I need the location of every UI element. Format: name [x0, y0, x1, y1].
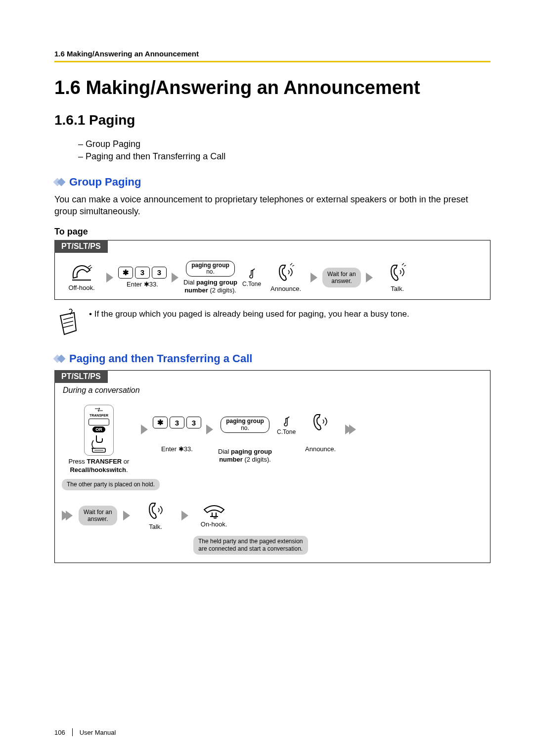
double-arrow-icon [345, 425, 356, 434]
wait-bubble: Wait for an answer. [322, 268, 361, 288]
footer-label: User Manual [80, 729, 116, 736]
wait-l1: Wait for an [84, 509, 112, 516]
hold-callout-row: The other party is placed on hold. [55, 479, 490, 495]
dial-label-2: Dial paging groupnumber (2 digits). [218, 448, 272, 464]
onhook-icon [201, 503, 227, 519]
pill-line2: no. [226, 425, 264, 431]
enter-label: Enter ✱33. [127, 281, 158, 288]
device-tab: PT/SLT/PS [54, 240, 108, 253]
arrow-icon [311, 273, 317, 283]
step-enter-code: ✱ 3 3 Enter ✱33. [118, 267, 167, 288]
page-number: 106 [54, 729, 65, 736]
note-row: If the group which you paged is already … [54, 309, 490, 337]
bullet-item: – Paging and then Transferring a Call [78, 151, 490, 162]
paging-group-pill: paging group no. [186, 261, 235, 277]
transfer-arrows-icon [94, 407, 104, 412]
to-page-subhead: To page [54, 227, 490, 237]
ctone-label: C.Tone [277, 428, 296, 435]
diamond-icon [54, 179, 64, 185]
group-paging-title: Group Paging [69, 176, 141, 189]
during-conversation: During a conversation [63, 386, 490, 395]
double-arrow-icon [62, 511, 73, 520]
arrow-icon [366, 273, 373, 283]
pill-line1: paging group [191, 262, 229, 269]
dial-keys: ✱ 3 3 [118, 267, 167, 279]
transfer-hookswitch-group: TRANSFER OR [84, 405, 114, 456]
ctone: C.Tone [242, 268, 261, 287]
to-page-procedure: PT/SLT/PS Off-hook. ✱ 3 3 Enter ✱33. pag… [54, 240, 490, 300]
handset-talk-icon [310, 412, 331, 432]
enter-label-2: Enter ✱33. [161, 445, 193, 453]
note-icon [281, 416, 291, 427]
key-star: ✱ [153, 417, 168, 428]
handset-talk-icon [145, 500, 166, 521]
final-callout-row: The held party and the paged extension a… [55, 536, 490, 563]
section-title: 1.6.1 Paging [54, 112, 490, 128]
key-star: ✱ [118, 267, 133, 279]
announce-label: Announce. [270, 285, 301, 293]
arrow-icon [123, 511, 130, 520]
final-l2: are connected and start a conversation. [198, 545, 303, 553]
onhook-label: On-hook. [201, 520, 227, 528]
dial-keys: ✱ 3 3 [153, 417, 201, 428]
note-text: If the group which you paged is already … [89, 309, 409, 320]
transfer-key-icon [89, 419, 109, 425]
arrow-icon [172, 273, 178, 283]
page-footer: 106 User Manual [54, 728, 116, 736]
or-label: OR [92, 426, 105, 432]
arrow-icon [106, 273, 113, 283]
step-wait-2: Wait for an answer. [79, 506, 117, 526]
talk-label: Talk. [391, 285, 404, 293]
transfer-procedure: PT/SLT/PS During a conversation TRANSFER… [54, 370, 490, 563]
step-paging-group-2: paging group no. Dial paging groupnumber… [218, 417, 272, 464]
arrow-icon [141, 425, 148, 434]
hold-callout: The other party is placed on hold. [62, 479, 160, 490]
step-announce-2: Announce. [301, 412, 340, 453]
pill-line1: paging group [226, 418, 264, 425]
talk-label-2: Talk. [149, 523, 162, 531]
key-3b: 3 [152, 267, 167, 279]
wait-l1: Wait for an [327, 271, 356, 278]
diamond-icon [54, 356, 64, 362]
wait-l2: answer. [84, 516, 112, 522]
offhook-label: Off-hook. [68, 284, 94, 292]
paging-transfer-heading: Paging and then Transferring a Call [54, 352, 490, 365]
final-l1: The held party and the paged extension [198, 538, 303, 545]
step-paging-group: paging group no. Dial paging groupnumber… [183, 261, 237, 295]
handset-talk-icon [387, 262, 408, 283]
step-onhook: On-hook. [194, 503, 234, 528]
step-announce: Announce. [266, 262, 306, 293]
key-3a: 3 [170, 417, 184, 428]
bullet-item: – Group Paging [78, 139, 490, 149]
group-paging-para: You can make a voice announcement to pro… [54, 193, 490, 218]
paging-transfer-title: Paging and then Transferring a Call [69, 352, 252, 365]
press-transfer-label: Press TRANSFER orRecall/hookswitch. [69, 458, 130, 474]
ctone-2: C.Tone [277, 416, 296, 435]
key-3b: 3 [186, 417, 201, 428]
dial-label: Dial paging groupnumber (2 digits). [183, 279, 237, 295]
footer-divider [72, 728, 73, 736]
handset-talk-icon [275, 262, 296, 283]
note-icon [247, 268, 257, 280]
toc-bullets: – Group Paging – Paging and then Transfe… [78, 139, 490, 162]
transfer-text: TRANSFER [89, 414, 108, 417]
hookswitch-icon [89, 433, 108, 453]
announce-label-2: Announce. [305, 445, 336, 453]
final-callout: The held party and the paged extension a… [193, 536, 308, 555]
step-talk-2: Talk. [136, 500, 176, 531]
notepad-icon [54, 309, 80, 337]
ctone-label: C.Tone [242, 281, 261, 287]
step-enter-code-2: ✱ 3 3 Enter ✱33. [153, 417, 201, 453]
key-3a: 3 [135, 267, 150, 279]
wait-bubble: Wait for an answer. [79, 506, 117, 526]
paging-group-pill: paging group no. [221, 417, 269, 432]
step-wait: Wait for an answer. [322, 268, 361, 288]
page-title: 1.6 Making/Answering an Announcement [54, 77, 490, 98]
offhook-icon [70, 263, 93, 282]
header-rule [54, 61, 490, 62]
step-transfer: TRANSFER OR Press TRANSFER orRecall/hook… [62, 405, 136, 474]
device-tab: PT/SLT/PS [54, 370, 108, 383]
group-paging-heading: Group Paging [54, 176, 490, 189]
wait-l2: answer. [327, 278, 356, 284]
arrow-icon [181, 511, 188, 520]
